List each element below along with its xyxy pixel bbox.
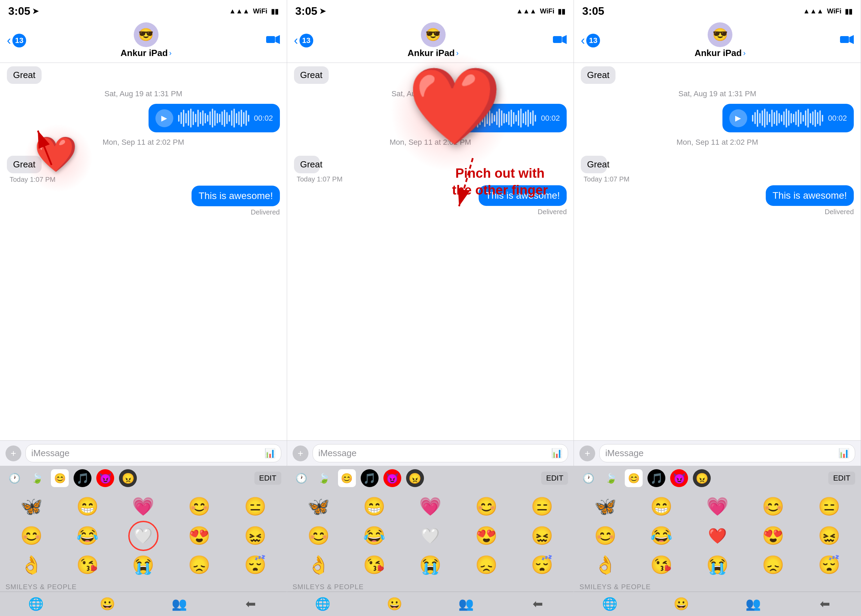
nature-icon-3[interactable]: 🍃 <box>602 469 620 487</box>
edit-button-1[interactable]: EDIT <box>255 471 281 485</box>
emoji-bottom-people-2[interactable]: 👥 <box>430 592 502 616</box>
recent-icon-3[interactable]: 🕐 <box>579 469 597 487</box>
emoji-bottom-globe-2[interactable]: 🌐 <box>287 592 359 616</box>
emoji-sleep-3[interactable]: 😴 <box>801 550 857 580</box>
recent-icon-2[interactable]: 🕐 <box>293 469 310 487</box>
emoji-bottom-globe-3[interactable]: 🌐 <box>574 592 645 616</box>
emoji-butterfly-1[interactable]: 🦋 <box>3 492 60 521</box>
emoji-ok-1[interactable]: 👌 <box>3 550 60 580</box>
emoji-laugh-2[interactable]: 😂 <box>346 521 402 550</box>
emoji-whiteheart-1[interactable]: 🤍 <box>115 521 171 550</box>
plus-button-2[interactable]: + <box>293 445 309 461</box>
audio-msg-3[interactable]: ▶ 00:02 <box>722 104 854 132</box>
edit-button-3[interactable]: EDIT <box>828 471 855 485</box>
custom2-icon-1[interactable]: 😈 <box>96 469 114 487</box>
emoji-kiss-3[interactable]: 😘 <box>633 550 689 580</box>
custom1-icon-3[interactable]: 🎵 <box>647 469 665 487</box>
emoji-butterfly-3[interactable]: 🦋 <box>577 492 633 521</box>
video-button-1[interactable] <box>266 33 280 48</box>
nav-contact-2[interactable]: 😎 Ankur iPad › <box>408 22 459 58</box>
emoji-bottom-globe-1[interactable]: 🌐 <box>0 592 71 616</box>
smileys-icon-1[interactable]: 😊 <box>51 469 69 487</box>
emoji-sob-1[interactable]: 😭 <box>115 550 171 580</box>
nature-icon-1[interactable]: 🍃 <box>28 469 46 487</box>
emoji-hearts-3[interactable]: 💗 <box>689 492 746 521</box>
emoji-smile3-2[interactable]: 😊 <box>291 521 346 550</box>
emoji-bottom-people-1[interactable]: 👥 <box>143 592 215 616</box>
emoji-loveeyes-2[interactable]: 😍 <box>458 521 515 550</box>
back-button-1[interactable]: ‹ 13 <box>7 33 26 48</box>
message-input-2[interactable]: iMessage 📊 <box>313 444 568 462</box>
emoji-sad-1[interactable]: 😞 <box>171 550 227 580</box>
audio-play-3[interactable]: ▶ <box>729 109 747 127</box>
back-button-2[interactable]: ‹ 13 <box>294 33 313 48</box>
video-button-2[interactable] <box>553 33 567 48</box>
custom2-icon-2[interactable]: 😈 <box>383 469 401 487</box>
emoji-grin-1[interactable]: 😁 <box>60 492 115 521</box>
emoji-butterfly-2[interactable]: 🦋 <box>291 492 346 521</box>
plus-button-3[interactable]: + <box>579 445 595 461</box>
emoji-whiteheart-2[interactable]: 🤍 <box>402 521 458 550</box>
chevron-icon-3: ‹ <box>581 33 585 48</box>
audio-msg-1[interactable]: ▶ 00:02 <box>148 104 280 132</box>
custom2-icon-3[interactable]: 😈 <box>670 469 688 487</box>
emoji-hearts-1[interactable]: 💗 <box>115 492 171 521</box>
emoji-loveeyes-3[interactable]: 😍 <box>746 521 801 550</box>
emoji-bottom-face-3[interactable]: 😀 <box>646 592 717 616</box>
emoji-sob-2[interactable]: 😭 <box>402 550 458 580</box>
emoji-bottom-face-1[interactable]: 😀 <box>71 592 143 616</box>
edit-button-2[interactable]: EDIT <box>541 471 568 485</box>
emoji-sleep-2[interactable]: 😴 <box>515 550 570 580</box>
emoji-sob-3[interactable]: 😭 <box>689 550 746 580</box>
message-input-1[interactable]: iMessage 📊 <box>25 444 281 462</box>
emoji-hearts-2[interactable]: 💗 <box>402 492 458 521</box>
message-input-3[interactable]: iMessage 📊 <box>599 444 855 462</box>
emoji-smile-2[interactable]: 😊 <box>458 492 515 521</box>
emoji-redheart-3[interactable]: ❤️ <box>689 521 746 550</box>
back-button-3[interactable]: ‹ 13 <box>581 33 600 48</box>
time-label-3: Today 1:07 PM <box>584 175 629 183</box>
emoji-grin-3[interactable]: 😁 <box>633 492 689 521</box>
emoji-kiss-2[interactable]: 😘 <box>346 550 402 580</box>
nature-icon-2[interactable]: 🍃 <box>315 469 333 487</box>
wifi-icon-1: WiFi <box>253 7 268 15</box>
recent-icon-1[interactable]: 🕐 <box>5 469 24 487</box>
emoji-laugh-3[interactable]: 😂 <box>633 521 689 550</box>
custom3-icon-1[interactable]: 😠 <box>119 469 137 487</box>
custom3-icon-2[interactable]: 😠 <box>406 469 424 487</box>
custom3-icon-3[interactable]: 😠 <box>693 469 711 487</box>
emoji-smile-1[interactable]: 😊 <box>171 492 227 521</box>
plus-button-1[interactable]: + <box>5 445 21 461</box>
emoji-smile4-3[interactable]: 😊 <box>577 521 633 550</box>
emoji-smile2-1[interactable]: 😊 <box>3 521 60 550</box>
emoji-ok-2[interactable]: 👌 <box>291 550 346 580</box>
smileys-icon-2[interactable]: 😊 <box>338 469 356 487</box>
emoji-sleep-1[interactable]: 😴 <box>227 550 283 580</box>
emoji-ok-3[interactable]: 👌 <box>577 550 633 580</box>
custom1-icon-1[interactable]: 🎵 <box>74 469 91 487</box>
emoji-loveeyes-1[interactable]: 😍 <box>171 521 227 550</box>
emoji-squint-2[interactable]: 😑 <box>515 492 570 521</box>
smileys-icon-3[interactable]: 😊 <box>625 469 643 487</box>
emoji-confounded-1[interactable]: 😖 <box>227 521 283 550</box>
emoji-bottom-back-1[interactable]: ⬅ <box>215 592 286 616</box>
emoji-kiss-1[interactable]: 😘 <box>60 550 115 580</box>
emoji-bottom-back-3[interactable]: ⬅ <box>789 592 861 616</box>
audio-play-1[interactable]: ▶ <box>156 109 173 127</box>
emoji-grin-2[interactable]: 😁 <box>346 492 402 521</box>
emoji-confounded-2[interactable]: 😖 <box>515 521 570 550</box>
nav-contact-1[interactable]: 😎 Ankur iPad › <box>121 22 172 58</box>
emoji-bottom-back-2[interactable]: ⬅ <box>502 592 573 616</box>
emoji-bottom-people-3[interactable]: 👥 <box>717 592 789 616</box>
emoji-sad-3[interactable]: 😞 <box>746 550 801 580</box>
emoji-confounded-3[interactable]: 😖 <box>801 521 857 550</box>
custom1-icon-2[interactable]: 🎵 <box>361 469 379 487</box>
emoji-squint-1[interactable]: 😑 <box>227 492 283 521</box>
emoji-smile-3[interactable]: 😊 <box>746 492 801 521</box>
emoji-laugh-1[interactable]: 😂 <box>60 521 115 550</box>
emoji-sad-2[interactable]: 😞 <box>458 550 515 580</box>
nav-contact-3[interactable]: 😎 Ankur iPad › <box>694 22 746 58</box>
emoji-bottom-face-2[interactable]: 😀 <box>359 592 430 616</box>
emoji-squint-3[interactable]: 😑 <box>801 492 857 521</box>
video-button-3[interactable] <box>840 33 854 48</box>
